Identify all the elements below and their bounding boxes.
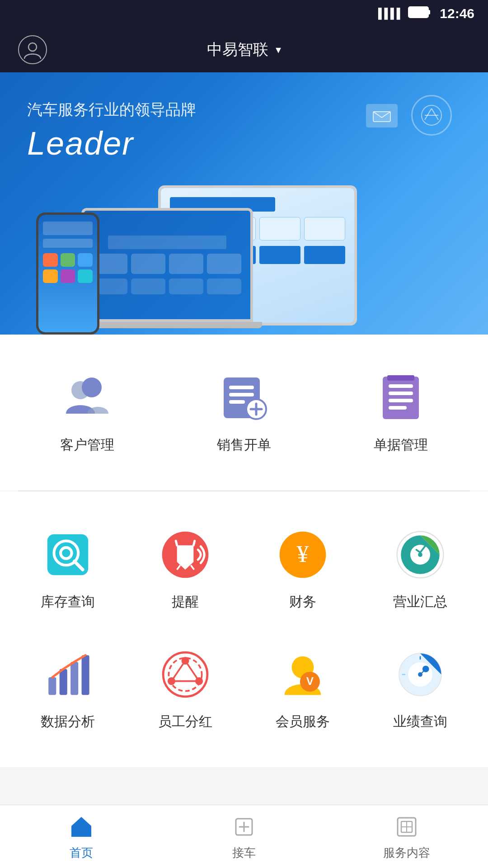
svg-rect-40 <box>48 677 56 695</box>
docs-icon <box>374 371 428 425</box>
svg-rect-0 <box>408 7 428 18</box>
service-nav-label: 服务内容 <box>383 845 430 861</box>
member-label: 会员服务 <box>276 712 330 731</box>
signal-icon: ▐▐▐▐ <box>375 8 399 19</box>
nav-item-home[interactable]: 首页 <box>0 812 163 861</box>
dropdown-chevron: ▾ <box>276 43 281 56</box>
home-nav-icon <box>67 812 96 841</box>
menu-grid-bottom: 数据分析 员工分红 <box>9 634 479 745</box>
menu-item-bonus[interactable]: 员工分红 <box>127 634 244 745</box>
battery-icon <box>408 6 431 21</box>
hero-banner: 汽车服务行业的领导品牌 Leader <box>0 72 488 335</box>
menu-item-docs[interactable]: 单据管理 <box>322 357 479 468</box>
data-label: 数据分析 <box>41 712 95 731</box>
inventory-label: 库存查询 <box>41 593 95 611</box>
svg-rect-42 <box>70 662 78 695</box>
finance-icon: ¥ <box>276 528 330 582</box>
nav-item-reception[interactable]: 接车 <box>163 812 325 861</box>
menu-grid-top: 客户管理 销售开单 <box>9 357 479 468</box>
menu-item-revenue[interactable]: 营业汇总 <box>361 514 479 625</box>
docs-label: 单据管理 <box>374 436 428 454</box>
svg-rect-22 <box>387 375 414 381</box>
svg-point-2 <box>28 43 37 51</box>
header-title[interactable]: 中易智联 ▾ <box>207 39 281 60</box>
user-avatar[interactable] <box>18 35 47 64</box>
svg-line-6 <box>432 108 438 120</box>
svg-rect-63 <box>79 830 84 837</box>
sales-icon <box>217 371 271 425</box>
status-bar: ▐▐▐▐ 12:46 <box>0 0 488 27</box>
svg-rect-19 <box>389 392 413 395</box>
menu-section-2: 库存查询 提醒 <box>0 491 488 767</box>
svg-rect-21 <box>389 406 407 410</box>
svg-rect-11 <box>229 386 254 389</box>
svg-rect-41 <box>60 669 67 695</box>
svg-rect-13 <box>229 400 245 404</box>
bottom-navigation: 首页 接车 服务内容 <box>0 805 488 868</box>
home-nav-label: 首页 <box>70 845 93 861</box>
app-header: 中易智联 ▾ <box>0 27 488 72</box>
performance-icon <box>393 647 447 702</box>
bonus-icon <box>158 647 212 702</box>
svg-rect-18 <box>389 384 413 388</box>
reception-nav-icon <box>230 812 258 841</box>
svg-text:¥: ¥ <box>297 540 309 567</box>
data-icon <box>41 647 95 702</box>
bonus-label: 员工分红 <box>158 712 212 731</box>
menu-item-sales[interactable]: 销售开单 <box>166 357 323 468</box>
menu-item-remind[interactable]: 提醒 <box>127 514 244 625</box>
menu-grid-middle: 库存查询 提醒 <box>9 514 479 625</box>
svg-text:V: V <box>306 675 314 687</box>
revenue-label: 营业汇总 <box>393 593 447 611</box>
svg-line-7 <box>425 108 432 120</box>
customers-label: 客户管理 <box>60 436 114 454</box>
status-time: 12:46 <box>440 6 474 21</box>
menu-item-customers[interactable]: 客户管理 <box>9 357 166 468</box>
customers-icon <box>60 371 114 425</box>
svg-line-30 <box>193 541 194 545</box>
svg-rect-20 <box>389 399 413 402</box>
revenue-icon <box>393 528 447 582</box>
svg-line-49 <box>185 660 199 681</box>
svg-rect-12 <box>229 393 254 396</box>
menu-section-1: 客户管理 销售开单 <box>0 335 488 491</box>
svg-rect-43 <box>82 655 89 695</box>
finance-label: 财务 <box>289 593 316 611</box>
performance-label: 业绩查询 <box>393 712 447 731</box>
svg-line-29 <box>176 541 177 545</box>
menu-item-inventory[interactable]: 库存查询 <box>9 514 127 625</box>
service-nav-icon <box>392 812 421 841</box>
svg-rect-1 <box>428 10 430 14</box>
menu-item-performance[interactable]: 业绩查询 <box>361 634 479 745</box>
svg-line-51 <box>171 660 185 681</box>
remind-label: 提醒 <box>172 593 199 611</box>
menu-item-data[interactable]: 数据分析 <box>9 634 127 745</box>
svg-rect-17 <box>383 377 419 419</box>
sales-label: 销售开单 <box>217 436 271 454</box>
member-icon: V <box>276 647 330 702</box>
svg-point-9 <box>82 377 102 397</box>
menu-item-finance[interactable]: ¥ 财务 <box>244 514 361 625</box>
nav-item-service[interactable]: 服务内容 <box>325 812 488 861</box>
reception-nav-label: 接车 <box>232 845 256 861</box>
remind-icon <box>158 528 212 582</box>
inventory-icon <box>41 528 95 582</box>
menu-item-member[interactable]: V 会员服务 <box>244 634 361 745</box>
